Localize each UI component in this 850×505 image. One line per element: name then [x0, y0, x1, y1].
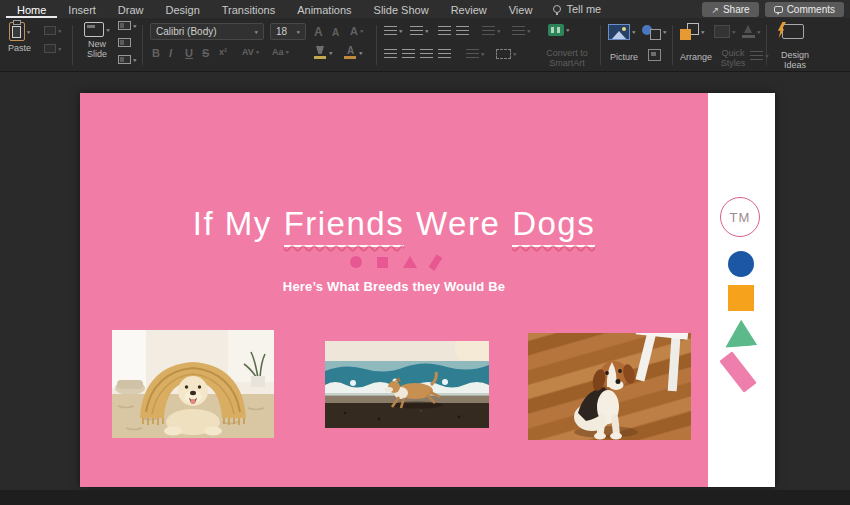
font-size-select[interactable]: 18 [270, 23, 306, 40]
chevron-down-icon [360, 28, 364, 34]
triangle-shape[interactable] [403, 256, 417, 268]
chevron-down-icon [27, 28, 31, 34]
strikethrough-button[interactable]: S [202, 47, 209, 59]
chevron-down-icon [481, 50, 485, 56]
align-left-icon [384, 49, 397, 58]
increase-indent-button[interactable] [456, 26, 469, 35]
chevron-down-icon [286, 49, 290, 55]
share-button[interactable]: Share [702, 2, 758, 17]
underline-button[interactable]: U [185, 47, 193, 59]
comments-button[interactable]: Comments [765, 2, 844, 17]
font-size-value: 18 [276, 26, 287, 37]
bullets-button[interactable] [384, 26, 403, 35]
shape-fill-button[interactable] [742, 25, 761, 38]
chevron-down-icon [329, 50, 333, 56]
insert-picture-button[interactable] [608, 24, 636, 40]
photo-album-button[interactable] [648, 49, 661, 61]
panel-green-triangle[interactable] [723, 318, 758, 348]
select-tool-button[interactable] [44, 44, 62, 53]
menu-draw[interactable]: Draw [107, 1, 155, 18]
font-name-select[interactable]: Calibri (Body) [150, 23, 264, 40]
quick-styles-icon [714, 25, 730, 38]
insert-shapes-button[interactable] [642, 24, 667, 40]
highlight-color-button[interactable] [314, 46, 333, 60]
title-text: Were [416, 205, 500, 242]
numbering-icon [410, 26, 423, 35]
title-word-friends: Friends [284, 205, 405, 242]
bold-button[interactable]: B [152, 47, 160, 59]
menu-insert[interactable]: Insert [57, 1, 107, 18]
design-ideas-button[interactable] [782, 24, 804, 39]
menu-slide-show[interactable]: Slide Show [363, 1, 440, 18]
menu-animations[interactable]: Animations [286, 1, 362, 18]
chevron-down-icon [296, 28, 300, 34]
photo-dog-under-blanket[interactable] [112, 330, 274, 438]
grow-font-button[interactable]: A [314, 25, 323, 39]
numbering-button[interactable] [410, 26, 429, 35]
powerpoint-window: Home Insert Draw Design Transitions Anim… [0, 0, 850, 505]
title-word-dogs: Dogs [512, 205, 595, 242]
layout-icon [118, 21, 131, 30]
section-icon [118, 55, 131, 64]
align-left-button[interactable] [384, 49, 397, 58]
new-slide-button[interactable]: New Slide [80, 22, 114, 59]
text-direction-icon [482, 26, 495, 35]
superscript-button[interactable]: x² [219, 47, 227, 57]
align-center-icon [402, 49, 415, 58]
shrink-font-button[interactable]: A [332, 27, 339, 38]
clear-formatting-button[interactable]: A [350, 25, 363, 37]
format-painter-button[interactable] [44, 26, 62, 35]
chevron-down-icon [133, 22, 137, 28]
section-button[interactable] [118, 55, 137, 64]
tell-me[interactable]: Tell me [553, 3, 601, 15]
tm-logo-badge[interactable]: TM [720, 197, 760, 237]
slide-subtitle[interactable]: Here’s What Breeds they Would Be [80, 279, 708, 294]
slide-title[interactable]: If MyFriendsWereDogs [80, 205, 708, 243]
chevron-down-icon [106, 26, 110, 32]
slide-pink-background[interactable]: If MyFriendsWereDogs Here’s What Breeds … [80, 93, 708, 487]
change-case-icon: Aa [272, 47, 284, 57]
line-spacing-button[interactable] [466, 49, 485, 58]
panel-orange-square[interactable] [728, 285, 754, 311]
menu-view[interactable]: View [498, 1, 544, 18]
decrease-indent-button[interactable] [438, 26, 451, 35]
share-label: Share [723, 4, 750, 15]
panel-blue-circle[interactable] [728, 251, 754, 277]
comments-label: Comments [787, 4, 835, 15]
layout-button[interactable] [118, 21, 137, 30]
align-right-button[interactable] [420, 49, 433, 58]
reset-layout-button[interactable] [118, 38, 131, 47]
align-center-button[interactable] [402, 49, 415, 58]
paste-button[interactable]: Paste [8, 22, 31, 53]
menu-transitions[interactable]: Transitions [211, 1, 286, 18]
justify-button[interactable] [438, 49, 451, 58]
tilted-rectangle-shape[interactable] [428, 254, 442, 270]
text-box-button[interactable] [496, 49, 517, 59]
decorative-shapes-row[interactable] [80, 253, 708, 271]
menu-design[interactable]: Design [155, 1, 211, 18]
shrink-font-icon: A [332, 27, 339, 38]
circle-shape[interactable] [350, 256, 362, 268]
quick-styles-button[interactable] [714, 25, 736, 38]
photo-dog-running-on-beach[interactable] [325, 341, 489, 428]
panel-pink-rectangle[interactable] [719, 351, 756, 392]
new-slide-label: New Slide [80, 39, 114, 59]
slide-canvas[interactable]: If MyFriendsWereDogs Here’s What Breeds … [80, 93, 775, 487]
font-color-icon: A [344, 46, 357, 60]
photo-beagle-looking-up[interactable] [528, 333, 691, 440]
font-color-button[interactable]: A [344, 46, 363, 60]
arrange-button[interactable] [680, 23, 705, 40]
menu-review[interactable]: Review [440, 1, 498, 18]
character-spacing-button[interactable]: AV [242, 47, 259, 57]
align-text-button[interactable] [512, 26, 531, 35]
square-shape[interactable] [377, 257, 388, 268]
reset-icon [118, 38, 131, 47]
italic-button[interactable]: I [169, 47, 172, 59]
chevron-down-icon [58, 45, 62, 51]
change-case-button[interactable]: Aa [272, 47, 289, 57]
menu-home[interactable]: Home [6, 1, 57, 18]
convert-smartart-button[interactable] [548, 24, 570, 36]
shape-fill-icon [742, 25, 755, 38]
text-direction-button[interactable] [482, 26, 501, 35]
bullets-icon [384, 26, 397, 35]
